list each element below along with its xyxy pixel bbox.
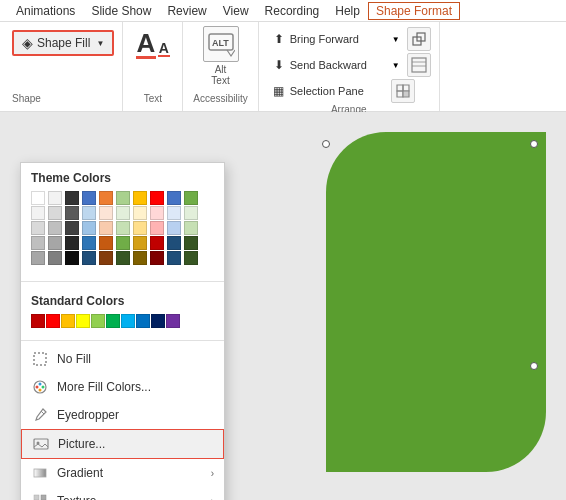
dropdown-item-more-fill-colors[interactable]: More Fill Colors...	[21, 373, 224, 401]
accessibility-group: ALT AltText Accessibility	[183, 22, 258, 111]
theme-color-swatch[interactable]	[184, 236, 198, 250]
theme-color-swatch[interactable]	[150, 221, 164, 235]
shape-group-label: Shape	[12, 93, 41, 107]
theme-color-swatch[interactable]	[133, 191, 147, 205]
bring-forward-label: Bring Forward	[290, 33, 359, 45]
standard-color-swatch[interactable]	[106, 314, 120, 328]
theme-color-swatch[interactable]	[82, 236, 96, 250]
dropdown-item-picture[interactable]: Picture...	[21, 429, 224, 459]
menu-help[interactable]: Help	[327, 2, 368, 20]
theme-color-swatch[interactable]	[133, 236, 147, 250]
menu-recording[interactable]: Recording	[257, 2, 328, 20]
no-fill-icon	[31, 350, 49, 368]
standard-color-swatch[interactable]	[91, 314, 105, 328]
selection-pane-icon: ▦	[271, 83, 287, 99]
arrange-icon-1[interactable]	[407, 27, 431, 51]
standard-color-swatch[interactable]	[76, 314, 90, 328]
theme-color-swatch[interactable]	[150, 206, 164, 220]
text-underline-bar	[136, 56, 156, 59]
menu-slideshow[interactable]: Slide Show	[83, 2, 159, 20]
bring-forward-button[interactable]: ⬆ Bring Forward	[267, 29, 387, 49]
ribbon: ◈ Shape Fill ▼ Shape A A Text	[0, 22, 566, 112]
selection-handle-right	[530, 362, 538, 370]
menu-view[interactable]: View	[215, 2, 257, 20]
dropdown-item-gradient[interactable]: Gradient›	[21, 459, 224, 487]
shape-fill-dropdown-arrow[interactable]: ▼	[96, 39, 104, 48]
standard-color-swatch[interactable]	[151, 314, 165, 328]
svg-rect-7	[34, 353, 46, 365]
theme-color-swatch[interactable]	[48, 251, 62, 265]
theme-color-swatch[interactable]	[133, 206, 147, 220]
dropdown-item-texture[interactable]: Texture›	[21, 487, 224, 500]
standard-color-swatch[interactable]	[136, 314, 150, 328]
alt-text-icon[interactable]: ALT	[203, 26, 239, 62]
standard-color-swatch[interactable]	[31, 314, 45, 328]
standard-colors-title: Standard Colors	[31, 294, 214, 308]
theme-color-swatch[interactable]	[116, 206, 130, 220]
theme-color-swatch[interactable]	[31, 221, 45, 235]
theme-color-swatch[interactable]	[65, 221, 79, 235]
theme-color-swatch[interactable]	[150, 236, 164, 250]
theme-color-swatch[interactable]	[82, 221, 96, 235]
theme-color-swatch[interactable]	[65, 236, 79, 250]
theme-color-swatch[interactable]	[31, 251, 45, 265]
theme-color-swatch[interactable]	[167, 221, 181, 235]
theme-color-swatch[interactable]	[82, 191, 96, 205]
theme-color-swatch[interactable]	[167, 236, 181, 250]
theme-color-swatch[interactable]	[150, 191, 164, 205]
no-fill-label: No Fill	[57, 352, 91, 366]
theme-color-swatch[interactable]	[31, 191, 45, 205]
theme-color-swatch[interactable]	[167, 251, 181, 265]
theme-color-swatch[interactable]	[65, 206, 79, 220]
theme-color-swatch[interactable]	[99, 251, 113, 265]
theme-color-swatch[interactable]	[116, 236, 130, 250]
standard-color-swatch[interactable]	[46, 314, 60, 328]
theme-color-swatch[interactable]	[99, 206, 113, 220]
theme-color-swatch[interactable]	[48, 191, 62, 205]
theme-color-swatch[interactable]	[82, 206, 96, 220]
theme-color-swatch[interactable]	[65, 251, 79, 265]
accessibility-label: Accessibility	[193, 93, 247, 107]
svg-rect-18	[41, 495, 46, 500]
theme-color-swatch[interactable]	[99, 191, 113, 205]
dropdown-item-eyedropper[interactable]: Eyedropper	[21, 401, 224, 429]
menu-animations[interactable]: Animations	[8, 2, 83, 20]
theme-color-swatch[interactable]	[82, 251, 96, 265]
theme-color-swatch[interactable]	[133, 251, 147, 265]
arrange-icon-2[interactable]	[407, 53, 431, 77]
theme-color-swatch[interactable]	[116, 251, 130, 265]
send-backward-button[interactable]: ⬇ Send Backward	[267, 55, 387, 75]
theme-color-swatch[interactable]	[184, 206, 198, 220]
theme-color-swatch[interactable]	[48, 236, 62, 250]
bring-forward-dropdown[interactable]: ▼	[389, 34, 403, 45]
theme-colors-grid	[31, 191, 214, 265]
menu-bar: Animations Slide Show Review View Record…	[0, 0, 566, 22]
dropdown-item-no-fill[interactable]: No Fill	[21, 345, 224, 373]
theme-color-swatch[interactable]	[184, 191, 198, 205]
theme-color-swatch[interactable]	[133, 221, 147, 235]
theme-color-swatch[interactable]	[116, 221, 130, 235]
standard-color-swatch[interactable]	[166, 314, 180, 328]
theme-color-swatch[interactable]	[99, 236, 113, 250]
theme-color-swatch[interactable]	[184, 221, 198, 235]
theme-color-swatch[interactable]	[150, 251, 164, 265]
standard-color-swatch[interactable]	[61, 314, 75, 328]
arrange-icon-3[interactable]	[391, 79, 415, 103]
theme-color-swatch[interactable]	[167, 206, 181, 220]
selection-pane-button[interactable]: ▦ Selection Pane	[267, 81, 387, 101]
theme-color-swatch[interactable]	[184, 251, 198, 265]
svg-point-12	[39, 389, 42, 392]
menu-review[interactable]: Review	[159, 2, 214, 20]
theme-color-swatch[interactable]	[31, 236, 45, 250]
theme-color-swatch[interactable]	[65, 191, 79, 205]
standard-color-swatch[interactable]	[121, 314, 135, 328]
theme-color-swatch[interactable]	[31, 206, 45, 220]
theme-color-swatch[interactable]	[167, 191, 181, 205]
shape-fill-button[interactable]: ◈ Shape Fill ▼	[12, 30, 114, 56]
theme-color-swatch[interactable]	[99, 221, 113, 235]
send-backward-dropdown[interactable]: ▼	[389, 60, 403, 71]
theme-color-swatch[interactable]	[116, 191, 130, 205]
menu-shapeformat[interactable]: Shape Format	[368, 2, 460, 20]
theme-color-swatch[interactable]	[48, 221, 62, 235]
theme-color-swatch[interactable]	[48, 206, 62, 220]
